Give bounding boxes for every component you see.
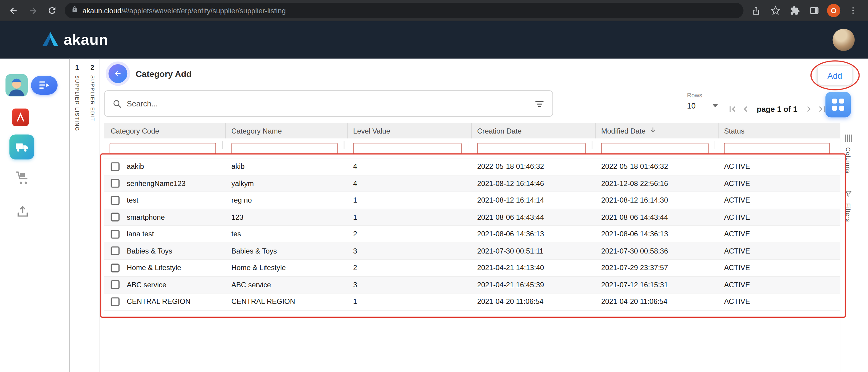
- browser-profile-avatar[interactable]: O: [827, 4, 840, 17]
- table-row[interactable]: lana test tes 2 2021-08-06 14:36:13 2021…: [104, 226, 840, 243]
- cell-status: ACTIVE: [718, 298, 840, 306]
- table-row[interactable]: CENTRAL REGION CENTRAL REGION 1 2021-04-…: [104, 293, 840, 310]
- cell-modified-date: 2021-04-20 11:06:54: [595, 298, 718, 306]
- table-row[interactable]: test reg no 1 2021-08-12 16:14:14 2021-0…: [104, 192, 840, 209]
- akaun-logo-icon: [42, 31, 59, 49]
- filter-input-level-value[interactable]: [353, 143, 462, 154]
- first-page-button[interactable]: [726, 103, 738, 115]
- cell-creation-date: 2021-08-06 14:43:44: [472, 213, 595, 222]
- add-button[interactable]: Add: [818, 66, 852, 85]
- cell-creation-date: 2021-08-06 14:36:13: [472, 230, 595, 239]
- tab-supplier-listing[interactable]: 1 SUPPLIER LISTING: [70, 59, 85, 372]
- cell-modified-date: 2022-05-18 01:46:32: [595, 162, 718, 171]
- table-row[interactable]: ABC service ABC service 3 2021-04-21 16:…: [104, 276, 840, 293]
- column-header-status[interactable]: Status: [718, 123, 840, 138]
- prev-page-button[interactable]: [740, 103, 752, 115]
- main-content: Category Add Add Rows 10: [100, 59, 868, 372]
- table-row[interactable]: Home & Lifestyle Home & Lifestyle 2 2021…: [104, 259, 840, 276]
- trolley-icon[interactable]: [14, 169, 32, 187]
- column-header-category-name[interactable]: Category Name: [226, 123, 347, 138]
- next-page-button[interactable]: [802, 103, 814, 115]
- filter-input-status[interactable]: [724, 143, 830, 154]
- filter-input-category-name[interactable]: [231, 143, 338, 154]
- akaun-logo-text: akaun: [64, 31, 108, 49]
- browser-back-icon[interactable]: [7, 4, 20, 17]
- filters-label: Filters: [845, 203, 852, 222]
- filter-input-category-code[interactable]: [110, 143, 216, 154]
- grid-view-button[interactable]: [826, 92, 851, 117]
- cell-level-value: 2: [347, 230, 471, 239]
- cell-modified-date: 2021-12-08 22:56:16: [595, 179, 718, 188]
- cell-status: ACTIVE: [718, 162, 840, 171]
- cell-category-name: tes: [226, 230, 347, 239]
- user-avatar[interactable]: [832, 29, 855, 51]
- columns-grip-icon: [844, 134, 852, 144]
- row-checkbox[interactable]: [111, 196, 119, 205]
- browser-reload-icon[interactable]: [45, 4, 59, 17]
- cell-modified-date: 2021-07-12 16:15:31: [595, 281, 718, 289]
- filter-input-creation-date[interactable]: [477, 143, 586, 154]
- sidebar-toggle-pill[interactable]: [31, 76, 58, 95]
- column-header-modified-date[interactable]: Modified Date: [595, 123, 718, 138]
- filter-input-modified-date[interactable]: [601, 143, 709, 154]
- row-checkbox[interactable]: [111, 297, 119, 306]
- address-bar[interactable]: akaun.cloud/#/applets/wavelet/erp/entity…: [65, 3, 744, 18]
- search-input[interactable]: [127, 99, 529, 108]
- category-table: Category Code Category Name Level Value …: [104, 123, 840, 310]
- row-checkbox[interactable]: [111, 162, 119, 171]
- share-icon[interactable]: [749, 4, 763, 17]
- cell-modified-date: 2021-08-12 16:14:30: [595, 196, 718, 205]
- left-sidebar: [0, 59, 69, 372]
- browser-forward-icon[interactable]: [26, 4, 39, 17]
- filter-funnel-icon: [844, 189, 852, 199]
- row-checkbox[interactable]: [111, 264, 119, 272]
- row-checkbox[interactable]: [111, 213, 119, 222]
- filters-control[interactable]: Filters: [844, 189, 852, 222]
- cell-category-name: reg no: [226, 196, 347, 205]
- delivery-truck-icon[interactable]: [9, 134, 34, 159]
- pdf-app-icon[interactable]: [12, 108, 29, 126]
- side-panel-icon[interactable]: [808, 4, 821, 17]
- cell-status: ACTIVE: [718, 264, 840, 272]
- column-header-category-code[interactable]: Category Code: [104, 123, 226, 138]
- cell-creation-date: 2021-04-20 11:06:54: [472, 298, 595, 306]
- columns-control[interactable]: Columns: [844, 134, 852, 174]
- search-bar: [104, 90, 553, 117]
- row-checkbox[interactable]: [111, 179, 119, 188]
- cell-creation-date: 2021-07-30 00:51:11: [472, 247, 595, 255]
- row-checkbox[interactable]: [111, 280, 119, 289]
- row-checkbox[interactable]: [111, 230, 119, 239]
- bookmark-star-icon[interactable]: [769, 4, 782, 17]
- cell-level-value: 2: [347, 264, 471, 272]
- rows-per-page-select[interactable]: 10: [687, 101, 718, 110]
- table-side-rail: Columns Filters: [840, 123, 856, 372]
- cell-status: ACTIVE: [718, 179, 840, 188]
- cell-status: ACTIVE: [718, 213, 840, 222]
- tab-number: 1: [75, 64, 79, 71]
- cell-level-value: 4: [347, 179, 471, 188]
- browser-menu-icon[interactable]: [846, 4, 860, 17]
- workspace-avatar[interactable]: [5, 74, 27, 96]
- back-button[interactable]: [108, 64, 127, 83]
- table-header: Category Code Category Name Level Value …: [104, 123, 840, 138]
- table-row[interactable]: Babies & Toys Babies & Toys 3 2021-07-30…: [104, 243, 840, 259]
- cell-status: ACTIVE: [718, 281, 840, 289]
- cell-creation-date: 2021-04-21 16:45:39: [472, 281, 595, 289]
- cell-category-code: Babies & Toys: [127, 247, 173, 255]
- sort-desc-arrow-icon: [650, 126, 657, 135]
- table-row[interactable]: smartphone 123 1 2021-08-06 14:43:44 202…: [104, 209, 840, 226]
- cell-category-code: CENTRAL REGION: [127, 298, 190, 306]
- tab-number: 2: [90, 64, 94, 71]
- row-checkbox[interactable]: [111, 247, 119, 255]
- column-header-level-value[interactable]: Level Value: [347, 123, 471, 138]
- upload-icon[interactable]: [15, 204, 30, 219]
- app-header: akaun: [0, 21, 868, 59]
- tab-supplier-edit[interactable]: 2 SUPPLIER EDIT: [85, 59, 100, 372]
- table-row[interactable]: aakib akib 4 2022-05-18 01:46:32 2022-05…: [104, 158, 840, 175]
- tab-label: SUPPLIER LISTING: [74, 75, 80, 131]
- cell-category-name: ABC service: [226, 281, 347, 289]
- filter-list-icon[interactable]: [534, 98, 545, 109]
- table-row[interactable]: senhengName123 yalkym 4 2021-08-12 16:14…: [104, 175, 840, 192]
- extensions-puzzle-icon[interactable]: [788, 4, 802, 17]
- column-header-creation-date[interactable]: Creation Date: [472, 123, 595, 138]
